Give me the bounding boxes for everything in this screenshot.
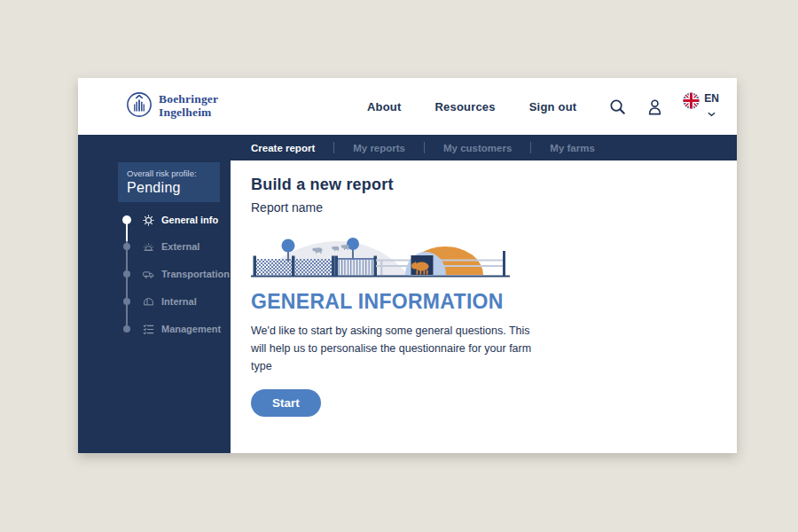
sidebar-item-label: Transportation — [161, 269, 230, 279]
sidebar-item-label: External — [161, 241, 200, 252]
barn-icon — [142, 295, 155, 309]
boehringer-logo[interactable]: Boehringer Ingelheim — [126, 91, 218, 121]
step-navigation: General info External — [78, 209, 231, 431]
farm-signal-icon — [142, 240, 155, 254]
step-dot-external — [123, 243, 130, 250]
nav-separator — [530, 142, 531, 153]
risk-profile-label: Overall risk profile: — [127, 168, 220, 178]
header-nav: About Resources Sign out — [367, 100, 576, 113]
main-content: Build a new report Report name — [231, 160, 737, 453]
tab-my-customers[interactable]: My customers — [443, 143, 512, 153]
nav-separator — [333, 142, 334, 153]
start-button[interactable]: Start — [251, 389, 321, 417]
gear-icon — [142, 214, 155, 227]
tab-my-farms[interactable]: My farms — [550, 143, 595, 153]
sidebar-item-label: Internal — [161, 296, 197, 307]
boehringer-logo-text: Boehringer Ingelheim — [159, 93, 218, 120]
section-heading: GENERAL INFORMATION — [251, 290, 737, 314]
risk-profile-box: Overall risk profile: Pending — [118, 162, 220, 202]
app-window: Boehringer Ingelheim About Resources Sig… — [78, 78, 737, 453]
nav-link-about[interactable]: About — [367, 100, 402, 113]
search-icon[interactable] — [608, 98, 627, 116]
sidebar-item-internal[interactable]: Internal — [142, 293, 197, 309]
chevron-down-icon — [708, 105, 716, 121]
boehringer-logo-icon — [126, 91, 153, 121]
risk-profile-value: Pending — [127, 180, 220, 196]
nav-link-resources[interactable]: Resources — [434, 100, 495, 113]
header: Boehringer Ingelheim About Resources Sig… — [78, 78, 737, 135]
nav-separator — [424, 142, 425, 153]
header-icons: EN — [608, 92, 719, 121]
language-code: EN — [704, 92, 719, 105]
language-selector[interactable]: EN — [683, 92, 719, 121]
section-description: We'd like to start by asking some genera… — [251, 322, 533, 375]
sidebar-item-external[interactable]: External — [142, 239, 200, 254]
section-navbar: Create report My reports My customers My… — [78, 135, 737, 160]
step-dot-internal — [123, 298, 130, 305]
sidebar-item-management[interactable]: Management — [142, 321, 221, 337]
sidebar-item-transportation[interactable]: Transportation — [142, 266, 230, 282]
step-dot-management — [123, 325, 130, 332]
page-title: Build a new report — [251, 176, 737, 194]
step-dot-general — [122, 215, 131, 224]
step-dot-transportation — [123, 270, 130, 278]
sidebar-item-label: Management — [161, 324, 221, 334]
sidebar-item-label: General info — [161, 215, 218, 225]
report-name-label: Report name — [251, 200, 737, 215]
truck-icon — [142, 268, 155, 281]
sidebar-item-general-info[interactable]: General info — [142, 212, 218, 228]
user-icon[interactable] — [645, 98, 664, 116]
sidebar: Overall risk profile: Pending — [78, 160, 231, 453]
uk-flag-icon — [683, 92, 700, 113]
checklist-icon — [142, 323, 155, 336]
farm-illustration — [251, 228, 510, 279]
nav-link-signout[interactable]: Sign out — [529, 100, 577, 113]
tab-my-reports[interactable]: My reports — [353, 143, 405, 153]
tab-create-report[interactable]: Create report — [251, 143, 315, 153]
